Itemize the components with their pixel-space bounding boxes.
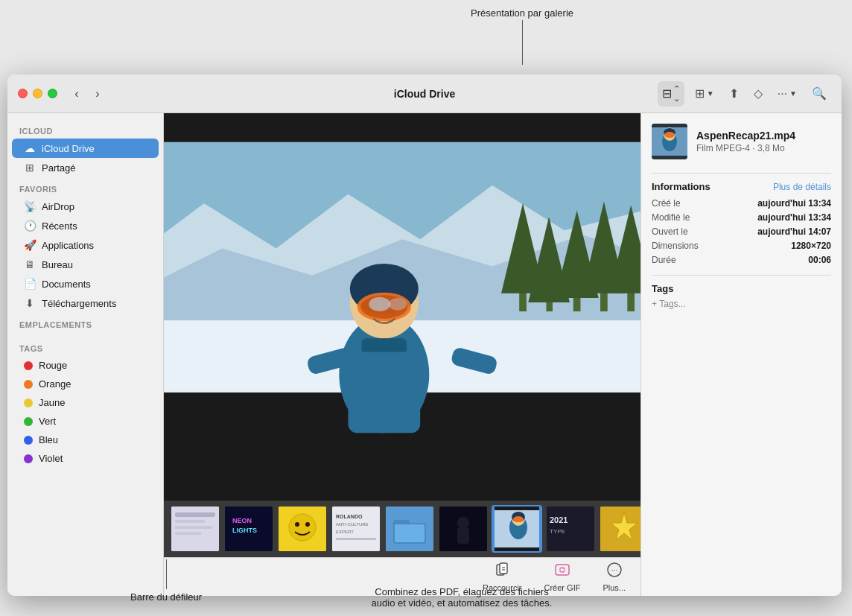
info-title: Informations	[652, 181, 710, 192]
tags-section: Tags + Tags...	[652, 275, 831, 309]
svg-point-21	[389, 298, 407, 311]
plus-actions-label: Plus...	[603, 583, 626, 592]
info-row-modifie: Modifié le aujourd'hui 13:34	[652, 212, 831, 223]
svg-text:ROLANDO: ROLANDO	[336, 514, 363, 519]
svg-text:EXPERT: EXPERT	[336, 530, 354, 534]
sidebar-item-airdrop[interactable]: 📡 AirDrop	[12, 197, 159, 216]
telechargements-icon: ⬇	[24, 297, 36, 309]
svg-point-20	[369, 297, 390, 311]
maximize-button[interactable]	[48, 89, 57, 98]
tag-button[interactable]: ◇	[749, 83, 767, 104]
window-title: iCloud Drive	[394, 88, 455, 100]
sidebar-item-telechargements[interactable]: ⬇ Téléchargements	[12, 293, 159, 313]
bureau-icon: 🖥	[24, 258, 36, 270]
sidebar-item-orange[interactable]: Orange	[12, 375, 159, 393]
creer-gif-button[interactable]: Créer GIF	[544, 562, 581, 592]
sidebar-item-documents[interactable]: 📄 Documents	[12, 274, 159, 293]
raccourcir-button[interactable]: Raccourcir	[483, 562, 522, 592]
info-more-link[interactable]: Plus de détails	[773, 182, 831, 192]
file-type: Film MPEG-4 · 3,8 Mo	[696, 143, 795, 153]
orange-dot	[24, 380, 33, 389]
svg-rect-30	[175, 520, 205, 523]
thumb-inner-7	[493, 507, 541, 551]
plus-actions-icon: ···	[606, 562, 623, 582]
sidebar: iCloud ☁ iCloud Drive ⊞ Partagé Favoris …	[7, 113, 164, 596]
shared-icon: ⊞	[24, 162, 36, 174]
titlebar: ‹ › iCloud Drive ⊟ ⌃⌄ ⊞ ▼ ⬆ ◇	[7, 74, 842, 113]
forward-button[interactable]: ›	[89, 85, 106, 103]
svg-rect-78	[652, 124, 687, 127]
sidebar-item-bleu[interactable]: Bleu	[12, 431, 159, 449]
svg-text:NEON: NEON	[232, 517, 252, 524]
finder-window: ‹ › iCloud Drive ⊟ ⌃⌄ ⊞ ▼ ⬆ ◇	[7, 74, 842, 596]
emplacements-section-label: Emplacements	[7, 313, 163, 332]
thumbnail-5[interactable]	[384, 505, 435, 553]
thumbnail-4[interactable]: ROLANDO ANTI-CULTURE EXPERT	[331, 505, 381, 553]
gallery-callout: Présentation par galerie	[471, 7, 573, 65]
thumbnail-7[interactable]	[492, 505, 542, 553]
plus-actions-button[interactable]: ··· Plus...	[603, 562, 626, 592]
documents-icon: 📄	[24, 278, 36, 290]
gallery-view-button[interactable]: ⊟ ⌃⌄	[658, 81, 684, 107]
svg-point-38	[295, 522, 299, 527]
sidebar-item-icloud-drive[interactable]: ☁ iCloud Drive	[12, 139, 159, 158]
tags-title: Tags	[652, 283, 831, 294]
sidebar-item-recents[interactable]: 🕐 Récents	[12, 216, 159, 235]
file-info: AspenRecap21.mp4 Film MPEG-4 · 3,8 Mo	[696, 130, 795, 153]
sidebar-item-violet[interactable]: Violet	[12, 449, 159, 468]
airdrop-icon: 📡	[24, 200, 36, 212]
add-tag-button[interactable]: + Tags...	[652, 299, 831, 309]
search-icon: 🔍	[812, 86, 827, 101]
svg-rect-58	[495, 547, 539, 551]
info-section: Informations Plus de détails Créé le auj…	[652, 173, 831, 269]
thumbnail-9[interactable]	[599, 505, 640, 553]
rouge-dot	[24, 361, 33, 370]
thumbnail-1[interactable]	[170, 505, 220, 553]
svg-rect-40	[332, 507, 380, 551]
video-preview	[164, 113, 640, 501]
tags-section-label: Tags	[7, 337, 163, 356]
content-area: iCloud ☁ iCloud Drive ⊞ Partagé Favoris …	[7, 113, 842, 596]
more-button[interactable]: ··· ▼	[773, 84, 801, 104]
svg-rect-65	[500, 563, 507, 574]
violet-dot	[24, 454, 33, 463]
share-button[interactable]: ⬆	[725, 83, 743, 104]
minimize-button[interactable]	[33, 89, 42, 98]
back-button[interactable]: ‹	[68, 85, 86, 103]
thumbnail-8[interactable]: 2021 TYPE	[545, 505, 596, 553]
sidebar-item-bureau[interactable]: 🖥 Bureau	[12, 255, 159, 274]
sidebar-item-shared[interactable]: ⊞ Partagé	[12, 158, 159, 177]
chevron-right-icon: ›	[95, 87, 99, 101]
grid-view-button[interactable]: ⊞ ▼	[690, 83, 719, 104]
icloud-drive-icon: ☁	[24, 142, 36, 154]
svg-rect-26	[164, 113, 640, 142]
svg-rect-31	[175, 526, 212, 529]
vert-dot	[24, 417, 33, 426]
close-button[interactable]	[18, 89, 28, 98]
bleu-dot	[24, 436, 33, 445]
thumb-inner-3	[279, 507, 326, 551]
sidebar-item-applications[interactable]: 🚀 Applications	[12, 235, 159, 255]
ouvert-le-value: aujourd'hui 14:07	[757, 226, 831, 237]
thumb-inner-5	[386, 507, 433, 551]
sidebar-item-rouge[interactable]: Rouge	[12, 356, 159, 375]
cree-le-value: aujourd'hui 13:34	[757, 198, 831, 209]
thumbnail-6[interactable]	[438, 505, 489, 553]
sidebar-item-jaune[interactable]: Jaune	[12, 393, 159, 412]
search-button[interactable]: 🔍	[807, 83, 831, 104]
raccourcir-label: Raccourcir	[483, 583, 522, 592]
svg-rect-27	[164, 471, 640, 501]
file-name: AspenRecap21.mp4	[696, 130, 795, 142]
share-icon: ⬆	[729, 86, 739, 101]
dimensions-value: 1280×720	[791, 241, 831, 251]
info-row-dimensions: Dimensions 1280×720	[652, 241, 831, 251]
thumbnail-strip[interactable]: NEON LIGHTS	[164, 501, 640, 557]
svg-rect-29	[175, 512, 215, 517]
svg-rect-32	[175, 532, 201, 535]
thumbnail-3[interactable]	[277, 505, 328, 553]
thumbnail-2[interactable]: NEON LIGHTS	[223, 505, 274, 553]
svg-rect-57	[495, 507, 539, 510]
sidebar-item-vert[interactable]: Vert	[12, 412, 159, 431]
traffic-lights	[18, 89, 57, 98]
ouvert-le-label: Ouvert le	[652, 226, 688, 237]
